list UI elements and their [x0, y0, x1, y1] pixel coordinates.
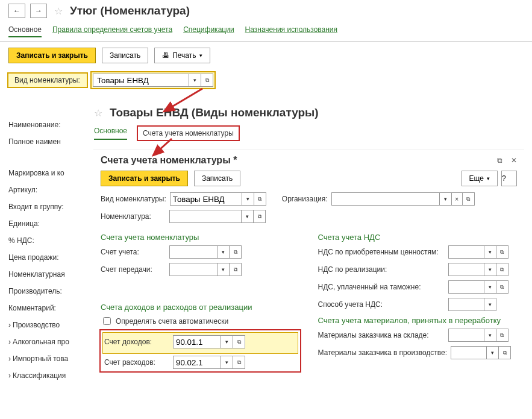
acc-dd[interactable]: ▾ [217, 245, 230, 259]
comment-label: Комментарий: [8, 304, 69, 312]
expense-dd[interactable]: ▾ [221, 356, 233, 369]
help-button[interactable]: ? [501, 171, 517, 186]
mat-prod-label: Материалы заказчика в производстве: [318, 348, 448, 357]
vat-label: % НДС: [8, 236, 69, 245]
ov2-org-label: Организация: [282, 195, 328, 203]
tab-main[interactable]: Основное [8, 25, 42, 37]
tree-import[interactable]: ›Импортный това [8, 354, 69, 363]
vat-method-input[interactable] [448, 298, 484, 311]
vat-method-dd[interactable]: ▾ [484, 298, 496, 311]
group-label: Входит в группу: [8, 203, 69, 211]
ov2-org-open[interactable]: ⧉ [463, 192, 475, 206]
name-label: Наименование: [8, 121, 69, 129]
kind-label: Вид номенклатуры: [8, 74, 87, 87]
sec-materials-title: Счета учета материалов, принятых в перер… [318, 316, 518, 325]
detach-icon[interactable]: ⧉ [497, 156, 502, 165]
ov2-kind-dd[interactable]: ▾ [242, 192, 254, 206]
overlay1-tab-accounts[interactable]: Счета учета номенклатуры [138, 127, 239, 140]
chevron-down-icon: ▾ [199, 52, 202, 58]
mat-stock-input[interactable] [448, 329, 484, 342]
tree-classification[interactable]: ›Классификация [8, 371, 69, 380]
vat-customs-input[interactable] [448, 280, 484, 294]
save-close-button[interactable]: Записать и закрыть [8, 48, 96, 63]
ov2-kind-label: Вид номенклатуры: [101, 195, 166, 203]
ov2-kind-open[interactable]: ⧉ [254, 192, 266, 206]
tab-rules[interactable]: Правила определения счетов учета [52, 25, 172, 37]
star-icon[interactable]: ☆ [94, 107, 102, 119]
kind-open-button[interactable]: ⧉ [201, 74, 213, 87]
page-title: Утюг (Номенклатура) [70, 4, 190, 17]
vat-purchase-dd[interactable]: ▾ [484, 245, 496, 259]
fullname-label: Полное наимен [8, 137, 69, 146]
ov2-nom-dd[interactable]: ▾ [242, 210, 254, 223]
transfer-open[interactable]: ⧉ [230, 263, 242, 276]
mat-prod-open[interactable]: ⧉ [499, 346, 511, 359]
auto-checkbox[interactable] [103, 317, 111, 325]
article-label: Артикул: [8, 186, 69, 194]
transfer-dd[interactable]: ▾ [217, 263, 230, 276]
overlay2-save-close-button[interactable]: Записать и закрыть [101, 171, 188, 186]
expense-input[interactable] [173, 356, 221, 369]
vat-customs-open[interactable]: ⧉ [496, 280, 509, 294]
vat-sale-dd[interactable]: ▾ [484, 263, 496, 276]
mat-stock-open[interactable]: ⧉ [496, 329, 509, 342]
income-input[interactable] [173, 335, 221, 348]
acc-open[interactable]: ⧉ [230, 245, 242, 259]
mat-prod-dd[interactable]: ▾ [487, 346, 499, 359]
tab-specs[interactable]: Спецификации [183, 25, 234, 37]
vat-sale-label: НДС по реализации: [318, 265, 445, 274]
kind-input[interactable] [93, 74, 189, 87]
expense-open[interactable]: ⧉ [233, 356, 245, 369]
close-icon[interactable]: ✕ [511, 156, 517, 165]
save-button[interactable]: Записать [102, 48, 148, 63]
expense-label: Счет расходов: [104, 358, 169, 367]
mat-stock-dd[interactable]: ▾ [484, 329, 496, 342]
ov2-org-dd[interactable]: ▾ [440, 192, 452, 206]
main-tabs: Основное Правила определения счетов учет… [0, 22, 532, 42]
chevron-right-icon: › [8, 354, 11, 363]
acc-input[interactable] [169, 245, 217, 259]
chevron-right-icon: › [8, 321, 11, 329]
tree-production[interactable]: ›Производство [8, 321, 69, 329]
nav-back-button[interactable]: ← [8, 4, 25, 18]
vat-method-label: Способ учета НДС: [318, 300, 445, 309]
tab-usage[interactable]: Назначения использования [245, 25, 337, 37]
vat-purchase-input[interactable] [448, 245, 484, 259]
transfer-input[interactable] [169, 263, 217, 276]
mat-prod-input[interactable] [451, 346, 487, 359]
vat-sale-input[interactable] [448, 263, 484, 276]
vat-customs-label: НДС, уплаченный на таможне: [318, 283, 445, 291]
ov2-nom-label: Номенклатура: [101, 212, 166, 221]
mat-stock-label: Материалы заказчика на складе: [318, 331, 445, 339]
tree-alcohol[interactable]: ›Алкогольная про [8, 338, 69, 346]
unit-label: Единица: [8, 219, 69, 228]
nomgroup-label: Номенклатурная [8, 270, 69, 279]
print-button[interactable]: 🖶 Печать ▾ [154, 48, 210, 63]
chevron-down-icon: ▾ [487, 175, 490, 181]
manufacturer-label: Производитель: [8, 287, 69, 295]
star-icon[interactable]: ☆ [54, 5, 63, 17]
ov2-org-input[interactable] [331, 192, 440, 206]
auto-check-label: Определять счета автоматически [116, 317, 228, 326]
income-dd[interactable]: ▾ [221, 335, 233, 348]
more-button[interactable]: Еще ▾ [462, 171, 498, 186]
ov2-nom-input[interactable] [169, 210, 242, 223]
vat-purchase-label: НДС по приобретенным ценностям: [318, 248, 445, 256]
price-label: Цена продажи: [8, 253, 69, 262]
sec-income-title: Счета доходов и расходов от реализации [101, 303, 300, 312]
vat-purchase-open[interactable]: ⧉ [496, 245, 509, 259]
chevron-right-icon: › [8, 338, 11, 346]
ov2-kind-input[interactable] [170, 192, 242, 206]
kind-dropdown-button[interactable]: ▾ [189, 74, 201, 87]
ov2-org-clear[interactable]: × [452, 192, 463, 206]
income-open[interactable]: ⧉ [233, 335, 245, 348]
overlay2-save-button[interactable]: Записать [194, 171, 240, 186]
vat-customs-dd[interactable]: ▾ [484, 280, 496, 294]
overlay1-tab-main[interactable]: Основное [94, 127, 127, 140]
overlay2-title: Счета учета номенклатуры * [101, 155, 237, 166]
sec-vat-title: Счета учета НДС [318, 233, 518, 242]
nav-forward-button[interactable]: → [30, 4, 47, 18]
ov2-nom-open[interactable]: ⧉ [254, 210, 266, 223]
overlay1-title: Товары ЕНВД (Виды номенклатуры) [110, 106, 319, 119]
vat-sale-open[interactable]: ⧉ [496, 263, 509, 276]
